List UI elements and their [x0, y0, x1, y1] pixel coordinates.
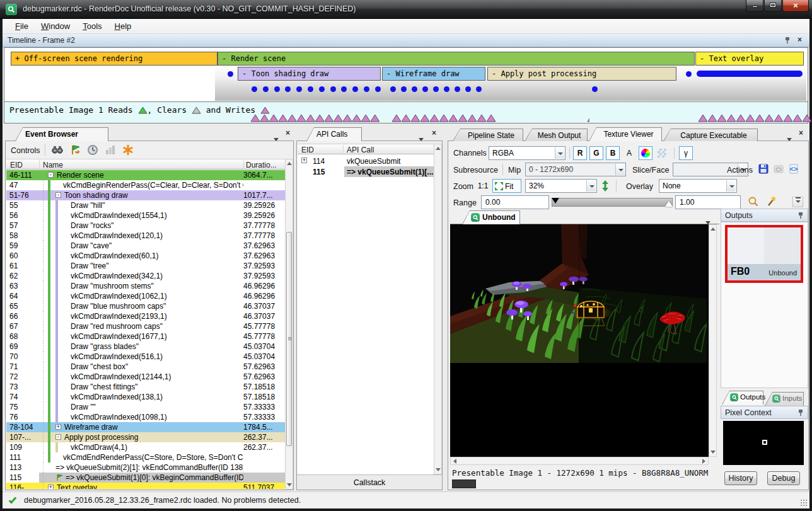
range-slider[interactable]	[552, 198, 673, 207]
collapse-icon[interactable]: -	[55, 434, 61, 440]
tab-api-calls[interactable]: API Calls	[306, 127, 362, 141]
viewport-horizontal-scrollbar[interactable]	[450, 457, 709, 465]
channel-blue-toggle[interactable]: B	[606, 146, 620, 160]
event-row[interactable]: 61Draw "tree"37.92593	[6, 261, 286, 271]
mip-select[interactable]: 0 - 1272x690	[525, 163, 626, 176]
menu-help[interactable]: Help	[108, 19, 138, 31]
texture-viewer-dock-menu-icon[interactable]	[787, 132, 792, 144]
collapse-icon[interactable]: -	[55, 192, 61, 198]
expand-icon[interactable]: +	[55, 424, 61, 430]
timeline-draw-dot[interactable]	[444, 86, 450, 92]
range-min-field[interactable]: 0.00	[481, 195, 549, 209]
save-texture-icon[interactable]	[757, 163, 770, 175]
timeline-draw-dot[interactable]	[330, 86, 336, 92]
timeline-close-icon[interactable]: ×	[798, 35, 802, 44]
event-row[interactable]: 116-...+Text overlay511.7037	[6, 483, 286, 489]
event-row[interactable]: 113=> vkQueueSubmit(2)[1]: vkEndCommandB…	[6, 462, 286, 473]
outputs-panel-header[interactable]: Outputs	[721, 209, 808, 222]
timeline-marker-bar[interactable]: - Apply post processing	[487, 67, 676, 81]
event-row[interactable]: 65Draw "blue mushroom caps"46.37037	[6, 301, 286, 311]
tab-mesh-output[interactable]: Mesh Output	[525, 129, 588, 141]
texture-viewer-close-icon[interactable]: ×	[799, 129, 803, 137]
close-button[interactable]: ×	[782, 0, 809, 12]
maximize-button[interactable]	[764, 0, 782, 12]
tab-event-browser[interactable]: Event Browser	[15, 127, 108, 141]
timeline-draw-dot[interactable]	[308, 86, 313, 92]
event-row[interactable]: 75Draw ""57.33333	[6, 402, 286, 412]
api-calls-scrollbar[interactable]	[434, 144, 442, 474]
bookmark-flag-icon[interactable]	[69, 144, 81, 156]
pin-icon[interactable]	[784, 37, 791, 44]
api-call-row[interactable]: 115=> vkQueueSubmit(1)[...	[298, 166, 434, 177]
timeline-draw-dot[interactable]	[433, 86, 439, 92]
api-calls-list[interactable]: +114vkQueueSubmit115=> vkQueueSubmit(1)[…	[298, 154, 434, 474]
texture-list-dropdown-icon[interactable]	[705, 215, 710, 227]
tab-outputs[interactable]: Outputs	[722, 391, 763, 405]
timeline-draw-dot[interactable]	[412, 86, 417, 92]
texture-viewport[interactable]	[450, 224, 709, 457]
event-row[interactable]: 58vkCmdDrawIndexed(120,1)37.77778	[6, 231, 286, 241]
api-calls-dock-menu-icon[interactable]	[419, 132, 424, 144]
event-row[interactable]: 55Draw "hill"39.25926	[6, 200, 286, 210]
range-white-handle[interactable]	[665, 201, 673, 207]
event-row[interactable]: 72vkCmdDrawIndexed(12144,1)57.62963	[6, 372, 286, 382]
timeline-event-dot[interactable]	[228, 71, 233, 77]
timeline-draw-dot[interactable]	[401, 86, 407, 92]
event-row[interactable]: 57Draw "rocks"37.77778	[6, 221, 286, 231]
event-row[interactable]: 64vkCmdDrawIndexed(1062,1)46.96296	[6, 291, 286, 301]
timeline-event-dot[interactable]	[686, 71, 692, 77]
event-row[interactable]: 59Draw "cave"37.62963	[6, 241, 286, 251]
event-row[interactable]: 56vkCmdDrawIndexed(1554,1)39.25926	[6, 210, 286, 221]
api-calls-column-header[interactable]: EID API Call	[298, 144, 434, 154]
zoom-1-1-button[interactable]: 1:1	[475, 179, 491, 193]
event-row[interactable]: 71Draw "chest box"57.62963	[6, 362, 286, 372]
pixel-context-header[interactable]: Pixel Context	[721, 406, 808, 419]
zoom-fit-button[interactable]: Fit	[492, 179, 521, 193]
timeline-draw-dot[interactable]	[592, 86, 598, 92]
open-link-icon[interactable]	[772, 163, 785, 175]
timeline-marker-bar[interactable]: + Off-screen scene rendering	[11, 52, 218, 66]
timeline-marker-bar[interactable]: - Render scene	[218, 52, 695, 66]
menu-tools[interactable]: Tools	[76, 19, 108, 31]
event-row[interactable]: 68vkCmdDrawIndexed(1677,1)45.77778	[6, 331, 286, 342]
flip-y-icon[interactable]	[601, 180, 610, 192]
tab-inputs[interactable]: Inputs	[765, 392, 804, 406]
fb0-thumbnail[interactable]: FB0 Unbound	[725, 225, 803, 283]
event-browser-close-icon[interactable]: ×	[286, 129, 290, 137]
event-row[interactable]: 111vkCmdEndRenderPass(C=Store, D=Store, …	[6, 452, 286, 462]
time-draws-icon[interactable]	[86, 144, 99, 156]
pixel-debug-button[interactable]: Debug	[767, 471, 800, 485]
statistics-icon[interactable]	[104, 144, 117, 156]
expand-icon[interactable]: +	[48, 485, 54, 489]
timeline-event-cluster[interactable]	[697, 71, 803, 77]
callstack-section[interactable]: Callstack	[297, 474, 442, 490]
event-row[interactable]: 51-76-Toon shading draw1017.7...	[6, 190, 286, 200]
api-calls-close-icon[interactable]: ×	[432, 129, 436, 137]
zoom-range-icon[interactable]	[747, 195, 760, 208]
tab-unbound-texture[interactable]: Unbound	[462, 210, 520, 224]
minimize-button[interactable]	[746, 0, 763, 12]
event-row[interactable]: 63Draw "mushroom stems"46.96296	[6, 281, 286, 291]
channel-green-toggle[interactable]: G	[589, 146, 603, 160]
timeline-marker-bar[interactable]: - Wireframe draw	[382, 67, 485, 81]
tab-pipeline-state[interactable]: Pipeline State	[453, 129, 523, 141]
event-row[interactable]: 60vkCmdDrawIndexed(60,1)37.62963	[6, 251, 286, 261]
event-row[interactable]: 62vkCmdDrawIndexed(342,1)37.92593	[6, 271, 286, 281]
event-row[interactable]: 115=> vkQueueSubmit(1)[0]: vkBeginComman…	[6, 473, 286, 483]
timeline-draw-dot[interactable]	[422, 86, 428, 92]
outputs-pin-icon[interactable]	[798, 212, 804, 219]
find-event-icon[interactable]	[51, 144, 64, 156]
autofit-wand-icon[interactable]	[765, 195, 777, 208]
event-row[interactable]: 78-104+Wireframe draw1784.5...	[6, 422, 286, 432]
channel-alpha-toggle[interactable]: A	[622, 146, 636, 160]
expand-icon[interactable]: +	[301, 158, 307, 163]
event-row[interactable]: 46-111-Render scene3064.7...	[6, 170, 286, 180]
event-row[interactable]: 73Draw "chest fittings"57.18518	[6, 382, 286, 392]
checkerboard-background-button[interactable]	[655, 146, 669, 160]
api-events-asterisk-icon[interactable]	[122, 144, 134, 156]
timeline-draw-dot[interactable]	[364, 86, 369, 92]
zoom-level-combo[interactable]: 32%	[525, 179, 597, 193]
event-browser-scrollbar[interactable]	[285, 159, 293, 490]
tab-capture-executable[interactable]: Capture Executable	[663, 129, 758, 141]
range-black-handle[interactable]	[552, 198, 559, 204]
